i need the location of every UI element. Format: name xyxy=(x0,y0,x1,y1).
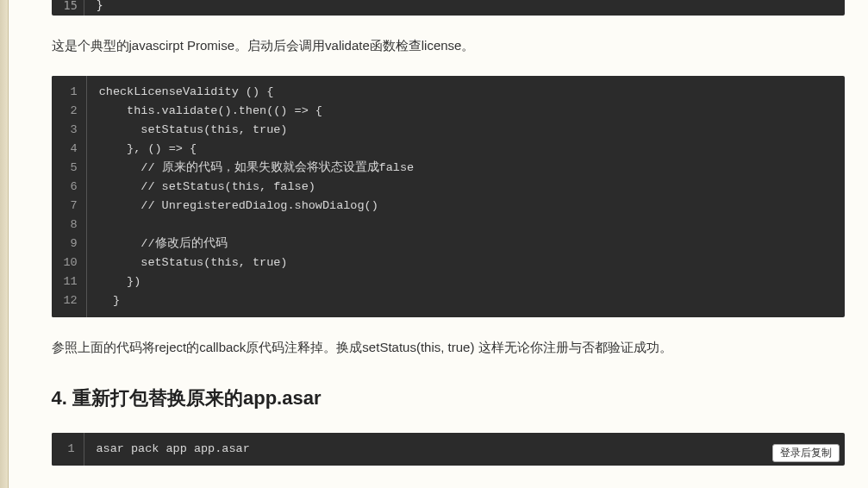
code-line: } xyxy=(84,0,103,16)
paragraph-explain: 参照上面的代码将reject的callback原代码注释掉。换成setStatu… xyxy=(52,336,845,359)
line-number: 5 xyxy=(64,159,78,178)
code-block-tail: 15 } xyxy=(52,0,845,16)
line-number: 9 xyxy=(64,235,78,253)
gutter: 1 xyxy=(52,433,84,466)
line-number: 10 xyxy=(64,253,78,272)
line-number: 8 xyxy=(64,216,78,235)
line-number: 15 xyxy=(64,0,84,16)
line-number: 12 xyxy=(64,291,78,310)
section-heading-repack: 4. 重新打包替换原来的app.asar xyxy=(52,382,845,414)
line-number: 11 xyxy=(64,272,78,291)
code-lines: checkLicenseValidity () { this.validate(… xyxy=(87,76,845,317)
line-number: 7 xyxy=(64,197,78,216)
article-container: 15 } 这是个典型的javascirpt Promise。启动后会调用vali… xyxy=(24,0,845,488)
line-number: 4 xyxy=(64,140,78,159)
code-block-asar: 1 asar pack app app.asar 登录后复制 xyxy=(52,433,845,466)
line-number: 2 xyxy=(64,102,78,121)
copy-after-login-button[interactable]: 登录后复制 xyxy=(772,444,840,462)
paragraph-start: 启动StarUML 开始工作吧 xyxy=(52,485,845,488)
line-number: 1 xyxy=(64,83,78,102)
line-number: 6 xyxy=(64,178,78,197)
line-number: 1 xyxy=(64,440,75,459)
page-left-edge xyxy=(0,0,9,488)
code-block-validity: 123456789101112 checkLicenseValidity () … xyxy=(52,76,845,317)
gutter: 123456789101112 xyxy=(52,76,87,317)
line-number: 3 xyxy=(64,121,78,140)
code-lines: asar pack app app.asar xyxy=(84,433,845,466)
paragraph-intro: 这是个典型的javascirpt Promise。启动后会调用validate函… xyxy=(52,34,845,57)
